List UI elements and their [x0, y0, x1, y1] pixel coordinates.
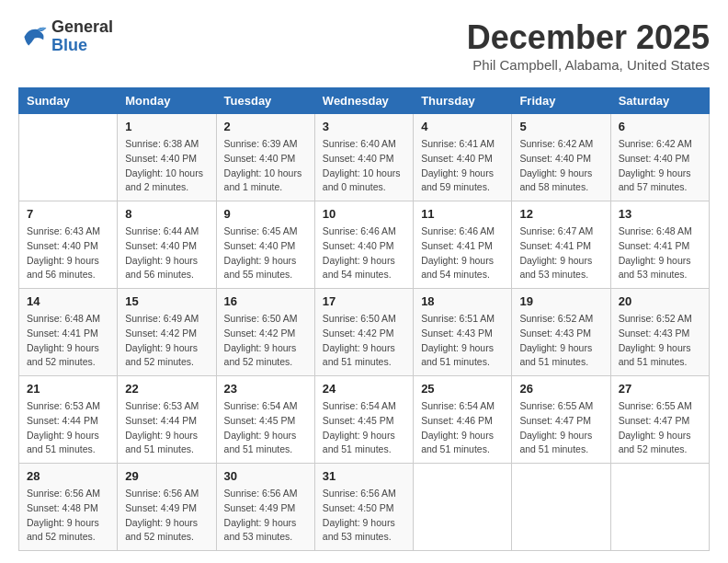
calendar-cell: 14 Sunrise: 6:48 AMSunset: 4:41 PMDaylig… [19, 289, 118, 376]
day-number: 31 [323, 469, 405, 483]
calendar-cell: 27 Sunrise: 6:55 AMSunset: 4:47 PMDaylig… [610, 376, 709, 464]
header-tuesday: Tuesday [216, 88, 314, 114]
day-info: Sunrise: 6:47 AMSunset: 4:41 PMDaylight:… [519, 224, 602, 282]
day-info: Sunrise: 6:54 AMSunset: 4:46 PMDaylight:… [421, 399, 504, 457]
logo-text: General Blue [51, 18, 113, 55]
calendar-cell: 9 Sunrise: 6:45 AMSunset: 4:40 PMDayligh… [216, 201, 314, 289]
day-number: 9 [224, 207, 307, 221]
calendar-cell: 26 Sunrise: 6:55 AMSunset: 4:47 PMDaylig… [512, 376, 610, 464]
day-info: Sunrise: 6:56 AMSunset: 4:49 PMDaylight:… [224, 487, 307, 545]
calendar-week-row: 7 Sunrise: 6:43 AMSunset: 4:40 PMDayligh… [19, 201, 710, 289]
day-info: Sunrise: 6:43 AMSunset: 4:40 PMDaylight:… [27, 224, 109, 282]
calendar-cell: 13 Sunrise: 6:48 AMSunset: 4:41 PMDaylig… [610, 201, 709, 289]
calendar-cell [512, 464, 610, 551]
day-info: Sunrise: 6:48 AMSunset: 4:41 PMDaylight:… [27, 312, 109, 370]
day-number: 8 [125, 207, 208, 221]
day-number: 5 [519, 120, 602, 133]
day-number: 21 [27, 382, 109, 396]
day-number: 1 [125, 120, 208, 133]
header-monday: Monday [118, 88, 216, 114]
day-info: Sunrise: 6:54 AMSunset: 4:45 PMDaylight:… [323, 399, 405, 457]
calendar-cell: 2 Sunrise: 6:39 AMSunset: 4:40 PMDayligh… [216, 114, 314, 201]
logo: General Blue [18, 18, 113, 55]
day-info: Sunrise: 6:54 AMSunset: 4:45 PMDaylight:… [224, 399, 307, 457]
calendar-cell [414, 464, 512, 551]
calendar-week-row: 28 Sunrise: 6:56 AMSunset: 4:48 PMDaylig… [19, 464, 710, 551]
calendar-cell: 19 Sunrise: 6:52 AMSunset: 4:43 PMDaylig… [512, 289, 610, 376]
header-thursday: Thursday [414, 88, 512, 114]
day-number: 15 [125, 294, 208, 308]
day-info: Sunrise: 6:42 AMSunset: 4:40 PMDaylight:… [619, 137, 701, 195]
calendar-cell: 6 Sunrise: 6:42 AMSunset: 4:40 PMDayligh… [610, 114, 709, 201]
day-number: 24 [323, 382, 405, 396]
day-info: Sunrise: 6:53 AMSunset: 4:44 PMDaylight:… [125, 399, 208, 457]
day-number: 30 [224, 469, 307, 483]
day-number: 2 [224, 120, 307, 133]
day-info: Sunrise: 6:52 AMSunset: 4:43 PMDaylight:… [519, 312, 602, 370]
day-info: Sunrise: 6:55 AMSunset: 4:47 PMDaylight:… [519, 399, 602, 457]
day-number: 25 [421, 382, 504, 396]
calendar-cell [610, 464, 709, 551]
calendar-cell: 22 Sunrise: 6:53 AMSunset: 4:44 PMDaylig… [118, 376, 216, 464]
calendar-cell: 29 Sunrise: 6:56 AMSunset: 4:49 PMDaylig… [118, 464, 216, 551]
calendar-cell: 24 Sunrise: 6:54 AMSunset: 4:45 PMDaylig… [314, 376, 413, 464]
calendar-cell: 21 Sunrise: 6:53 AMSunset: 4:44 PMDaylig… [19, 376, 118, 464]
calendar-cell: 11 Sunrise: 6:46 AMSunset: 4:41 PMDaylig… [414, 201, 512, 289]
calendar-cell [19, 114, 118, 201]
header-saturday: Saturday [610, 88, 709, 114]
day-info: Sunrise: 6:50 AMSunset: 4:42 PMDaylight:… [323, 312, 405, 370]
calendar-week-row: 1 Sunrise: 6:38 AMSunset: 4:40 PMDayligh… [19, 114, 710, 201]
day-info: Sunrise: 6:55 AMSunset: 4:47 PMDaylight:… [619, 399, 701, 457]
calendar-header-row: SundayMondayTuesdayWednesdayThursdayFrid… [19, 88, 710, 114]
header-sunday: Sunday [19, 88, 118, 114]
day-number: 4 [421, 120, 504, 133]
day-info: Sunrise: 6:39 AMSunset: 4:40 PMDaylight:… [224, 137, 307, 195]
day-number: 27 [619, 382, 701, 396]
day-number: 13 [619, 207, 701, 221]
calendar-cell: 8 Sunrise: 6:44 AMSunset: 4:40 PMDayligh… [118, 201, 216, 289]
day-info: Sunrise: 6:49 AMSunset: 4:42 PMDaylight:… [125, 312, 208, 370]
day-number: 19 [519, 294, 602, 308]
calendar-cell: 20 Sunrise: 6:52 AMSunset: 4:43 PMDaylig… [610, 289, 709, 376]
day-number: 10 [323, 207, 405, 221]
month-title: December 2025 [467, 18, 710, 57]
day-info: Sunrise: 6:50 AMSunset: 4:42 PMDaylight:… [224, 312, 307, 370]
calendar-week-row: 14 Sunrise: 6:48 AMSunset: 4:41 PMDaylig… [19, 289, 710, 376]
calendar-cell: 28 Sunrise: 6:56 AMSunset: 4:48 PMDaylig… [19, 464, 118, 551]
day-info: Sunrise: 6:53 AMSunset: 4:44 PMDaylight:… [27, 399, 109, 457]
day-number: 11 [421, 207, 504, 221]
header-wednesday: Wednesday [314, 88, 413, 114]
day-number: 28 [27, 469, 109, 483]
day-number: 20 [619, 294, 701, 308]
calendar-cell: 3 Sunrise: 6:40 AMSunset: 4:40 PMDayligh… [314, 114, 413, 201]
day-number: 7 [27, 207, 109, 221]
day-info: Sunrise: 6:51 AMSunset: 4:43 PMDaylight:… [421, 312, 504, 370]
calendar-cell: 7 Sunrise: 6:43 AMSunset: 4:40 PMDayligh… [19, 201, 118, 289]
day-number: 22 [125, 382, 208, 396]
day-number: 26 [519, 382, 602, 396]
day-number: 17 [323, 294, 405, 308]
calendar-cell: 5 Sunrise: 6:42 AMSunset: 4:40 PMDayligh… [512, 114, 610, 201]
calendar-cell: 25 Sunrise: 6:54 AMSunset: 4:46 PMDaylig… [414, 376, 512, 464]
day-info: Sunrise: 6:44 AMSunset: 4:40 PMDaylight:… [125, 224, 208, 282]
day-info: Sunrise: 6:41 AMSunset: 4:40 PMDaylight:… [421, 137, 504, 195]
day-info: Sunrise: 6:40 AMSunset: 4:40 PMDaylight:… [323, 137, 405, 195]
day-number: 16 [224, 294, 307, 308]
calendar-table: SundayMondayTuesdayWednesdayThursdayFrid… [18, 87, 710, 551]
day-info: Sunrise: 6:56 AMSunset: 4:50 PMDaylight:… [323, 487, 405, 545]
calendar-cell: 31 Sunrise: 6:56 AMSunset: 4:50 PMDaylig… [314, 464, 413, 551]
calendar-cell: 15 Sunrise: 6:49 AMSunset: 4:42 PMDaylig… [118, 289, 216, 376]
logo-bird-icon [18, 22, 48, 52]
day-number: 14 [27, 294, 109, 308]
day-info: Sunrise: 6:56 AMSunset: 4:49 PMDaylight:… [125, 487, 208, 545]
day-info: Sunrise: 6:52 AMSunset: 4:43 PMDaylight:… [619, 312, 701, 370]
calendar-cell: 16 Sunrise: 6:50 AMSunset: 4:42 PMDaylig… [216, 289, 314, 376]
page-header: General Blue December 2025 Phil Campbell… [18, 18, 710, 73]
header-friday: Friday [512, 88, 610, 114]
day-number: 3 [323, 120, 405, 133]
title-block: December 2025 Phil Campbell, Alabama, Un… [467, 18, 710, 73]
day-number: 29 [125, 469, 208, 483]
day-info: Sunrise: 6:38 AMSunset: 4:40 PMDaylight:… [125, 137, 208, 195]
day-info: Sunrise: 6:48 AMSunset: 4:41 PMDaylight:… [619, 224, 701, 282]
calendar-cell: 23 Sunrise: 6:54 AMSunset: 4:45 PMDaylig… [216, 376, 314, 464]
